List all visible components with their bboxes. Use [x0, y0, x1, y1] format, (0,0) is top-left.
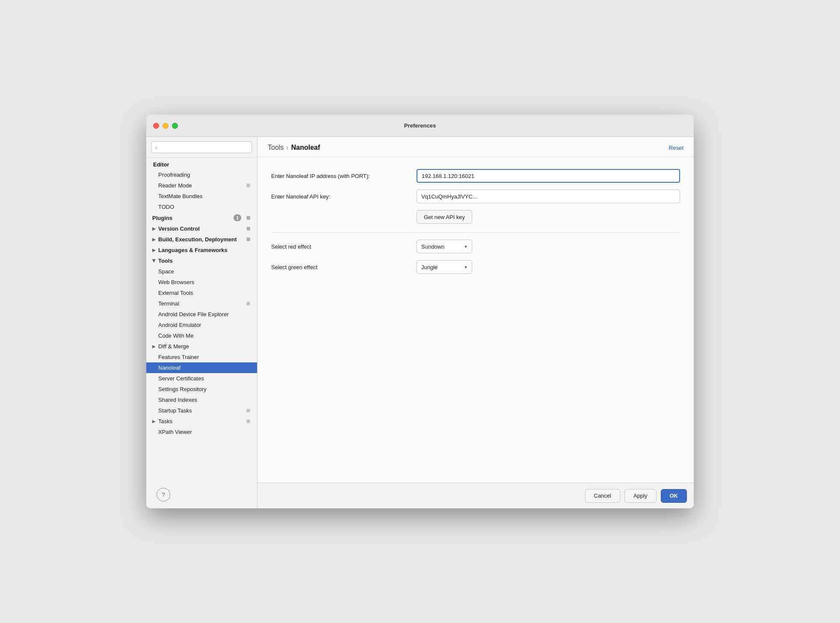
sidebar-item-server-certs[interactable]: Server Certificates: [146, 373, 257, 384]
arrow-icon-build: ▶: [152, 237, 156, 242]
sidebar-item-languages[interactable]: ▶ Languages & Frameworks: [146, 245, 257, 255]
api-key-row: Enter Nanoleaf API key:: [271, 190, 680, 203]
sidebar-item-reader-mode[interactable]: Reader Mode ⊞: [146, 180, 257, 191]
footer-right: Cancel Apply OK: [585, 489, 687, 503]
grid-icon-build: ⊞: [246, 237, 250, 242]
grid-icon-startup: ⊞: [246, 408, 250, 413]
arrow-icon-tools: ▶: [152, 259, 157, 263]
arrow-icon-diff: ▶: [152, 344, 156, 349]
api-key-input[interactable]: [417, 190, 680, 203]
breadcrumb-current: Nanoleaf: [291, 144, 320, 151]
divider-1: [271, 232, 680, 233]
red-effect-row: Select red effect Sundown Sunset Firebal…: [271, 240, 680, 253]
sidebar-item-code-with-me[interactable]: Code With Me: [146, 330, 257, 341]
arrow-icon-lang: ▶: [152, 248, 156, 252]
sidebar-section-editor: Editor: [146, 158, 257, 169]
search-icon: ⌕: [155, 144, 158, 150]
traffic-lights: [153, 123, 178, 129]
sidebar-item-settings-repo[interactable]: Settings Repository: [146, 384, 257, 395]
reset-link[interactable]: Reset: [669, 145, 683, 151]
plugins-badge: 1: [234, 214, 241, 221]
grid-icon: ⊞: [246, 183, 250, 188]
sidebar-item-tools[interactable]: ▶ Tools: [146, 255, 257, 266]
sidebar-item-xpath-viewer[interactable]: XPath Viewer: [146, 427, 257, 437]
green-effect-label: Select green effect: [271, 264, 417, 270]
get-api-key-button[interactable]: Get new API key: [417, 210, 472, 224]
main-content: ⌕ Editor Proofreading Reader Mode ⊞ Text…: [146, 137, 694, 508]
sidebar-item-textmate[interactable]: TextMate Bundles: [146, 191, 257, 202]
breadcrumb: Tools › Nanoleaf: [268, 144, 320, 151]
sidebar-list: Editor Proofreading Reader Mode ⊞ TextMa…: [146, 158, 257, 481]
ip-label: Enter Nanoleaf IP address (with PORT):: [271, 173, 417, 179]
red-effect-select-wrapper: Sundown Sunset Fireball Ruby ▼: [417, 240, 472, 253]
sidebar-item-build[interactable]: ▶ Build, Execution, Deployment ⊞: [146, 234, 257, 245]
main-panel: Tools › Nanoleaf Reset Enter Nanoleaf IP…: [257, 137, 694, 508]
green-effect-select-wrapper: Jungle Forest Emerald Matrix ▼: [417, 260, 472, 274]
sidebar: ⌕ Editor Proofreading Reader Mode ⊞ Text…: [146, 137, 257, 508]
search-input[interactable]: [151, 141, 252, 153]
main-header: Tools › Nanoleaf Reset: [257, 137, 694, 157]
cancel-button[interactable]: Cancel: [585, 489, 620, 503]
sidebar-section-plugins[interactable]: Plugins 1 ⊞: [146, 212, 257, 223]
sidebar-item-version-control[interactable]: ▶ Version Control ⊞: [146, 223, 257, 234]
sidebar-item-nanoleaf[interactable]: Nanoleaf: [146, 362, 257, 373]
red-effect-select[interactable]: Sundown Sunset Fireball Ruby: [417, 240, 472, 253]
search-box: ⌕: [146, 137, 257, 158]
help-section: ?: [146, 481, 257, 508]
grid-icon-plugins: ⊞: [246, 215, 250, 221]
red-effect-label: Select red effect: [271, 243, 417, 250]
maximize-button[interactable]: [172, 123, 178, 129]
ip-input[interactable]: [417, 169, 680, 183]
search-wrapper: ⌕: [151, 141, 252, 153]
main-body: Enter Nanoleaf IP address (with PORT): E…: [257, 157, 694, 483]
ip-row: Enter Nanoleaf IP address (with PORT):: [271, 169, 680, 183]
titlebar: Preferences: [146, 115, 694, 137]
sidebar-item-proofreading[interactable]: Proofreading: [146, 169, 257, 180]
sidebar-item-startup-tasks[interactable]: Startup Tasks ⊞: [146, 405, 257, 416]
breadcrumb-parent: Tools: [268, 144, 284, 151]
sidebar-item-space[interactable]: Space: [146, 266, 257, 277]
sidebar-item-terminal[interactable]: Terminal ⊞: [146, 298, 257, 309]
close-button[interactable]: [153, 123, 159, 129]
help-button[interactable]: ?: [157, 488, 170, 501]
sidebar-item-diff-merge[interactable]: ▶ Diff & Merge: [146, 341, 257, 352]
arrow-icon: ▶: [152, 226, 156, 231]
window-title: Preferences: [404, 122, 436, 129]
sidebar-item-android-emulator[interactable]: Android Emulator: [146, 320, 257, 330]
arrow-icon-tasks: ▶: [152, 419, 156, 424]
breadcrumb-separator: ›: [286, 144, 288, 151]
sidebar-item-web-browsers[interactable]: Web Browsers: [146, 277, 257, 288]
api-btn-row: Get new API key: [271, 210, 680, 224]
minimize-button[interactable]: [163, 123, 169, 129]
grid-icon-tasks: ⊞: [246, 418, 250, 424]
apply-button[interactable]: Apply: [624, 489, 657, 503]
preferences-window: Preferences ⌕ Editor Proofreading Reader…: [146, 115, 694, 508]
green-effect-row: Select green effect Jungle Forest Emeral…: [271, 260, 680, 274]
sidebar-item-tasks[interactable]: ▶ Tasks ⊞: [146, 416, 257, 427]
sidebar-item-android-file-explorer[interactable]: Android Device File Explorer: [146, 309, 257, 320]
grid-icon-terminal: ⊞: [246, 301, 250, 306]
sidebar-item-todo[interactable]: TODO: [146, 202, 257, 212]
green-effect-select[interactable]: Jungle Forest Emerald Matrix: [417, 260, 472, 274]
api-key-label: Enter Nanoleaf API key:: [271, 193, 417, 200]
sidebar-item-features-trainer[interactable]: Features Trainer: [146, 352, 257, 362]
grid-icon-vc: ⊞: [246, 226, 250, 231]
sidebar-item-external-tools[interactable]: External Tools: [146, 288, 257, 298]
footer: Cancel Apply OK: [257, 483, 694, 508]
sidebar-item-shared-indexes[interactable]: Shared Indexes: [146, 395, 257, 405]
ok-button[interactable]: OK: [661, 489, 687, 503]
